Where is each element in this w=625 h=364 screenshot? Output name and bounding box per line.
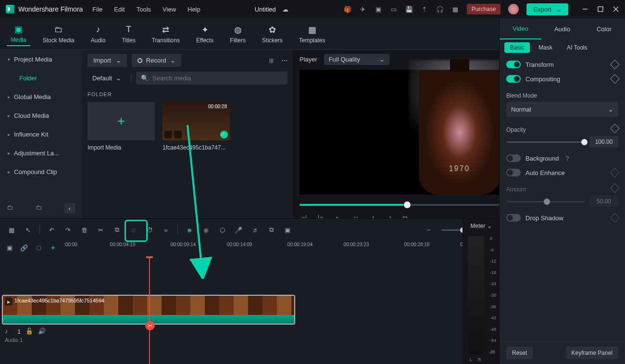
drop-shadow-toggle[interactable] (506, 214, 521, 222)
keyframe-icon[interactable] (610, 60, 620, 69)
audio-detach-icon[interactable]: ♫ (128, 225, 138, 235)
lock-icon[interactable]: 🔓 (25, 327, 33, 335)
timeline-clip[interactable]: ▸ 1fcae43ec495c1ba7479595fc7514594 (2, 295, 295, 325)
crop-icon[interactable]: ⧉ (112, 225, 122, 235)
keyframe-icon[interactable] (610, 74, 620, 84)
headphones-icon[interactable]: 🎧 (436, 5, 444, 13)
color-tag-icon[interactable]: ◉ (201, 225, 211, 235)
new-folder-icon[interactable]: 🗀 (7, 204, 15, 213)
subtab-basic[interactable]: Basic (504, 42, 530, 53)
purchase-button[interactable]: Purchase (467, 4, 501, 14)
layout-icon[interactable]: ▦ (7, 225, 16, 235)
tab-audio[interactable]: ♪Audio (87, 23, 110, 46)
tab-effects[interactable]: ✦Effects (192, 23, 217, 46)
keyframe-icon[interactable] (610, 213, 620, 223)
tab-video[interactable]: Video (500, 18, 541, 39)
mute-icon[interactable]: 🔊 (38, 327, 46, 335)
transform-section[interactable]: Transform (506, 61, 618, 68)
tab-stock-media[interactable]: 🗀Stock Media (39, 23, 78, 46)
subtab-mask[interactable]: Mask (533, 42, 558, 53)
close-icon[interactable] (612, 6, 619, 13)
tab-transitions[interactable]: ⇄Transitions (148, 23, 184, 46)
sidebar-item-compound-clip[interactable]: ▸Compound Clip (0, 163, 82, 181)
compositing-toggle[interactable] (506, 75, 521, 83)
speed-icon[interactable]: ⏱ (145, 225, 154, 235)
sidebar-item-cloud-media[interactable]: ▸Cloud Media (0, 106, 82, 125)
background-section[interactable]: Background ? (506, 154, 618, 162)
menu-file[interactable]: File (92, 6, 102, 13)
tab-media[interactable]: ▣Media (7, 22, 30, 46)
menu-tools[interactable]: Tools (137, 6, 151, 13)
send-icon[interactable]: ✈ (359, 5, 367, 13)
import-media-card[interactable]: + Import Media (88, 102, 155, 151)
import-button[interactable]: Import⌄ (88, 54, 127, 67)
cloud-sync-icon[interactable]: ☁ (282, 5, 289, 13)
apps-icon[interactable]: ▦ (451, 5, 459, 13)
opacity-value[interactable]: 100.00 (589, 136, 618, 148)
menu-view[interactable]: View (162, 6, 176, 13)
blend-mode-select[interactable]: Normal⌄ (506, 102, 618, 117)
sidebar-item-project-media[interactable]: ▾Project Media (0, 50, 82, 69)
tab-templates[interactable]: ▦Templates (295, 23, 329, 46)
redo-icon[interactable]: ↷ (63, 225, 73, 235)
export-button[interactable]: Export⌄ (526, 3, 568, 15)
collapse-sidebar-button[interactable]: ‹ (64, 203, 75, 213)
new-bin-icon[interactable]: 🗀 (36, 204, 44, 213)
filter-icon[interactable]: ⫼ (268, 57, 275, 64)
cursor-icon[interactable]: ↖ (23, 225, 33, 235)
tab-titles[interactable]: TTitles (118, 23, 139, 46)
mic-icon[interactable]: 🎤 (234, 225, 243, 235)
drop-shadow-section[interactable]: Drop Shadow (506, 214, 618, 222)
user-avatar[interactable] (508, 4, 519, 14)
keyframe-panel-button[interactable]: Keyframe Panel (566, 347, 618, 359)
group-icon[interactable]: ⧉ (266, 225, 276, 235)
render-icon[interactable]: ▣ (283, 225, 292, 235)
sidebar-item-adjustment-layer[interactable]: ▸Adjustment La... (0, 144, 82, 163)
split-icon[interactable]: ✂ (96, 225, 105, 235)
zoom-out-icon[interactable]: − (424, 225, 434, 235)
help-icon[interactable]: ? (565, 155, 569, 162)
delete-icon[interactable]: 🗑 (79, 225, 89, 235)
timeline-ruler[interactable]: ▣ 🔗 ⬡ ✦ :00:00 00:00:04:19 00:00:09:14 0… (0, 241, 499, 256)
search-box[interactable]: 🔍 (136, 72, 288, 85)
transform-toggle[interactable] (506, 61, 521, 68)
compositing-section[interactable]: Compositing (506, 75, 618, 83)
save-icon[interactable]: 💾 (405, 5, 413, 13)
tab-audio[interactable]: Audio (541, 18, 583, 39)
keyframe-icon[interactable] (610, 168, 620, 177)
screen-record-icon[interactable]: ▣ (375, 5, 382, 13)
audio-mixer-icon[interactable]: ♬ (250, 225, 260, 235)
track-options-icon[interactable]: ▣ (5, 243, 14, 252)
sort-button[interactable]: Default⌄ (88, 72, 126, 85)
timeline-tracks[interactable]: 📹1🔓🔊👁 Video 1 ♪1🔓🔊 Audio 1 ▸ 1fcae43ec49… (0, 256, 499, 364)
marker-icon[interactable]: ⬡ (217, 225, 227, 235)
auto-enhance-section[interactable]: Auto Enhance (506, 169, 618, 176)
minimize-icon[interactable] (582, 6, 588, 13)
screen-icon[interactable]: ▭ (390, 5, 398, 13)
link-icon[interactable]: 🔗 (19, 243, 29, 252)
snap-icon[interactable]: ✦ (48, 243, 58, 252)
background-toggle[interactable] (506, 154, 521, 162)
auto-enhance-toggle[interactable] (506, 169, 521, 176)
split-marker-icon[interactable]: ✂ (145, 321, 155, 330)
tab-color[interactable]: Color (583, 18, 625, 39)
sidebar-item-influence-kit[interactable]: ▸Influence Kit (0, 125, 82, 144)
reset-button[interactable]: Reset (506, 347, 533, 359)
keyframe-icon[interactable] (610, 124, 620, 133)
quality-selector[interactable]: Full Quality⌄ (324, 54, 389, 65)
audio-track-header[interactable]: ♪1🔓🔊 Audio 1 (5, 327, 46, 343)
menu-help[interactable]: Help (188, 6, 200, 13)
meter-label[interactable]: Meter ⌄ (463, 219, 499, 233)
undo-icon[interactable]: ↶ (47, 225, 56, 235)
magnetic-icon[interactable]: ⬡ (34, 243, 43, 252)
record-button[interactable]: Record⌄ (132, 54, 181, 67)
subtab-ai-tools[interactable]: AI Tools (561, 42, 593, 53)
maximize-icon[interactable] (597, 6, 604, 13)
menu-edit[interactable]: Edit (114, 6, 125, 13)
ai-icon[interactable]: ☻ (185, 225, 194, 235)
media-clip-card[interactable]: 00:00:28 ✓ 1fcae43ec495c1ba747... (162, 102, 230, 151)
playhead[interactable] (149, 256, 150, 364)
tab-stickers[interactable]: ✿Stickers (258, 23, 287, 46)
cloud-upload-icon[interactable]: ⇡ (421, 5, 428, 13)
sidebar-item-global-media[interactable]: ▸Global Media (0, 88, 82, 106)
